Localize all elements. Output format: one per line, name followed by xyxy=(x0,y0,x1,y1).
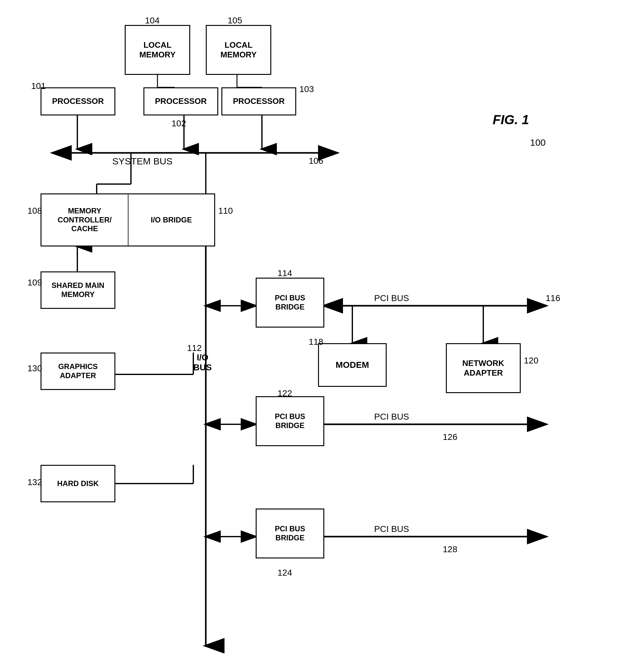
pci-bus-128-label: PCI BUS xyxy=(374,524,409,534)
network-adapter-box: NETWORK ADAPTER xyxy=(446,343,521,393)
io-bridge-label: I/O BRIDGE xyxy=(151,216,192,225)
pci-bus-bridge-122-box: PCI BUS BRIDGE xyxy=(256,396,324,446)
hard-disk-box: HARD DISK xyxy=(40,465,115,502)
hard-disk-label: HARD DISK xyxy=(57,479,99,488)
ref-132: 132 xyxy=(27,477,42,487)
shared-main-memory-box: SHARED MAIN MEMORY xyxy=(40,271,115,309)
pci-bus-116-label: PCI BUS xyxy=(374,293,409,303)
ref-108: 108 xyxy=(27,206,42,216)
ref-105: 105 xyxy=(228,16,242,26)
graphics-adapter-label: GRAPHICS ADAPTER xyxy=(58,362,98,380)
ref-102: 102 xyxy=(171,118,186,128)
network-adapter-label: NETWORK ADAPTER xyxy=(462,358,504,378)
pci-bus-bridge-128-label: PCI BUS BRIDGE xyxy=(275,524,305,543)
processor-102-label: PROCESSOR xyxy=(155,97,207,106)
ref-116: 116 xyxy=(545,293,560,303)
pci-bus-126-label: PCI BUS xyxy=(374,412,409,422)
processor-103-label: PROCESSOR xyxy=(233,97,285,106)
pci-bus-bridge-114-box: PCI BUS BRIDGE xyxy=(256,278,324,328)
ref-126: 126 xyxy=(443,432,458,442)
ref-103: 103 xyxy=(299,84,314,94)
ref-124: 124 xyxy=(278,568,292,578)
pci-bus-bridge-128-box: PCI BUS BRIDGE xyxy=(256,508,324,558)
graphics-adapter-box: GRAPHICS ADAPTER xyxy=(40,353,115,390)
ref-109: 109 xyxy=(27,278,42,288)
io-bus-label: I/O BUS xyxy=(193,353,212,372)
shared-main-memory-label: SHARED MAIN MEMORY xyxy=(51,281,104,299)
processor-101-label: PROCESSOR xyxy=(52,97,104,106)
ref-100: 100 xyxy=(530,137,545,148)
ref-110: 110 xyxy=(218,206,233,216)
local-memory-105-box: LOCAL MEMORY xyxy=(206,25,271,75)
io-bridge-box: I/O BRIDGE xyxy=(128,193,215,246)
pci-bus-bridge-122-label: PCI BUS BRIDGE xyxy=(275,412,305,430)
memory-controller-label: MEMORY CONTROLLER/ CACHE xyxy=(58,206,112,233)
ref-101: 101 xyxy=(31,81,46,91)
modem-label: MODEM xyxy=(335,360,369,370)
modem-box: MODEM xyxy=(318,343,387,387)
local-memory-104-label: LOCAL MEMORY xyxy=(139,40,176,60)
processor-102-box: PROCESSOR xyxy=(143,87,218,115)
system-bus-label: SYSTEM BUS xyxy=(112,156,172,167)
pci-bus-bridge-114-label: PCI BUS BRIDGE xyxy=(275,294,305,312)
ref-118: 118 xyxy=(309,337,323,347)
local-memory-104-box: LOCAL MEMORY xyxy=(125,25,190,75)
ref-114: 114 xyxy=(278,268,292,278)
ref-104: 104 xyxy=(145,16,159,26)
ref-128: 128 xyxy=(443,544,458,554)
processor-101-box: PROCESSOR xyxy=(40,87,115,115)
processor-103-box: PROCESSOR xyxy=(221,87,296,115)
figure-label: FIG. 1 xyxy=(493,112,529,127)
ref-130: 130 xyxy=(27,364,42,373)
ref-122: 122 xyxy=(278,389,292,398)
ref-120: 120 xyxy=(524,356,539,366)
local-memory-105-label: LOCAL MEMORY xyxy=(220,40,257,60)
diagram-container: FIG. 1 100 PROCESSOR 101 PROCESSOR 102 P… xyxy=(0,0,642,672)
ref-106: 106 xyxy=(309,156,323,166)
memory-controller-box: MEMORY CONTROLLER/ CACHE xyxy=(40,193,128,246)
ref-112: 112 xyxy=(187,343,202,353)
